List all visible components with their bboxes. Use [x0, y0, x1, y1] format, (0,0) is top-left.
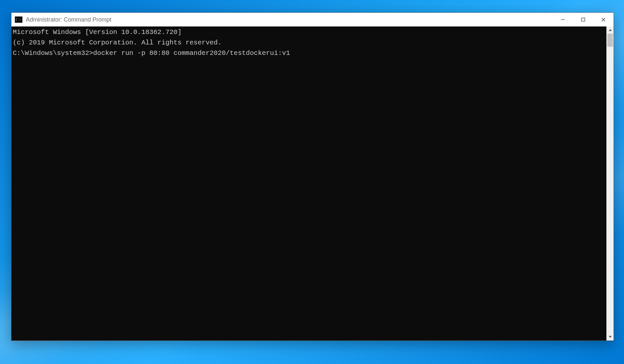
chevron-down-icon [609, 336, 612, 338]
cmd-icon-text: C:\ [16, 18, 21, 21]
maximize-button[interactable] [573, 13, 593, 26]
command-prompt-window: C:\ Administrator: Command Prompt Micros… [11, 12, 614, 341]
minimize-button[interactable] [553, 13, 573, 26]
maximize-icon [581, 17, 585, 22]
terminal-line: (c) 2019 Microsoft Corporation. All righ… [13, 38, 605, 48]
close-button[interactable] [593, 13, 614, 26]
terminal-body: Microsoft Windows [Version 10.0.18362.72… [11, 26, 614, 340]
close-icon [601, 17, 606, 22]
vertical-scrollbar[interactable] [606, 26, 614, 340]
terminal-line: Microsoft Windows [Version 10.0.18362.72… [13, 27, 605, 38]
svg-rect-1 [582, 18, 585, 21]
chevron-up-icon [609, 29, 612, 31]
window-controls [553, 13, 614, 26]
scrollbar-track[interactable] [607, 34, 614, 333]
scroll-down-button[interactable] [607, 333, 614, 340]
terminal-output[interactable]: Microsoft Windows [Version 10.0.18362.72… [11, 26, 606, 340]
window-title: Administrator: Command Prompt [26, 16, 553, 23]
titlebar[interactable]: C:\ Administrator: Command Prompt [11, 13, 614, 26]
scroll-up-button[interactable] [607, 26, 614, 34]
app-icon: C:\ [15, 16, 23, 23]
scrollbar-thumb[interactable] [607, 34, 613, 47]
minimize-icon [561, 17, 565, 22]
cmd-icon: C:\ [15, 16, 23, 23]
terminal-line: C:\Windows\system32>docker run -p 80:80 … [13, 48, 605, 58]
